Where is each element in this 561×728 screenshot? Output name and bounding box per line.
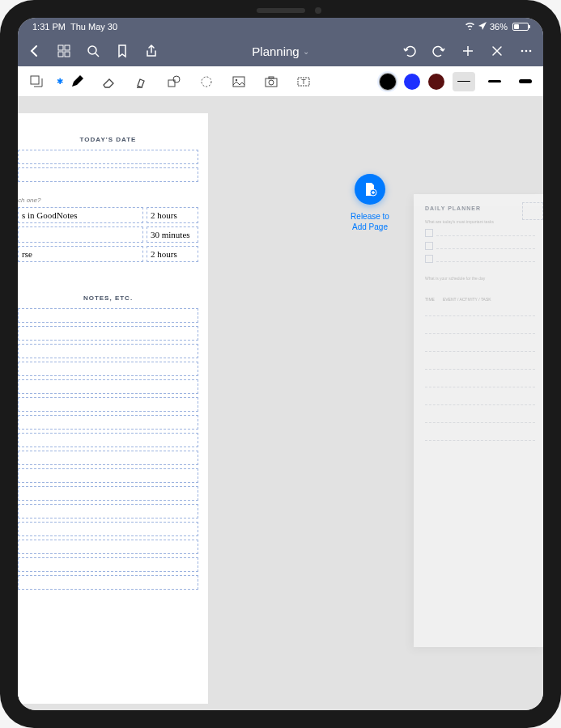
task-text: s in GoodNotes: [18, 207, 143, 223]
svg-point-5: [521, 50, 524, 53]
more-button[interactable]: [519, 44, 533, 58]
location-icon: [478, 22, 487, 32]
color-darkred[interactable]: [428, 74, 444, 90]
date-header: TODAY'S DATE: [18, 136, 198, 143]
camera-tool[interactable]: [259, 70, 283, 94]
document-title[interactable]: Planning ⌄: [252, 44, 308, 58]
svg-point-11: [202, 77, 211, 87]
svg-rect-12: [233, 77, 244, 87]
task-time: 2 hours: [147, 246, 198, 262]
image-tool[interactable]: [227, 70, 251, 94]
nav-bar: Planning ⌄: [18, 36, 543, 66]
svg-point-13: [236, 78, 237, 80]
svg-point-15: [269, 80, 274, 85]
chevron-down-icon: ⌄: [303, 47, 309, 56]
dragged-page-thumbnail[interactable]: DAILY PLANNER What are today's most impo…: [414, 194, 543, 647]
lasso-tool[interactable]: [194, 70, 219, 94]
svg-point-4: [88, 46, 96, 54]
thumbnails-button[interactable]: [57, 44, 71, 58]
drag-sub1: What are today's most important tasks: [425, 219, 535, 224]
svg-rect-0: [58, 45, 63, 50]
task-time: 30 minutes: [147, 226, 198, 243]
battery-icon: [512, 23, 529, 31]
task-text: [18, 226, 143, 243]
date-field[interactable]: [18, 150, 198, 164]
task-text: rse: [18, 246, 143, 262]
redo-button[interactable]: [431, 44, 446, 58]
color-blue[interactable]: [404, 74, 420, 90]
svg-point-7: [529, 50, 532, 53]
add-page-label-1: Release to: [351, 212, 389, 221]
svg-rect-2: [58, 52, 63, 57]
drag-title: DAILY PLANNER: [425, 205, 535, 211]
task-row-2[interactable]: 30 minutes: [18, 226, 198, 243]
svg-point-10: [173, 76, 180, 83]
eraser-tool[interactable]: [97, 70, 121, 94]
bluetooth-icon: ✱: [57, 77, 63, 86]
status-bar: 1:31 PM Thu May 30 36%: [18, 18, 543, 36]
tool-bar: ✱ T: [18, 66, 543, 97]
date-field-2[interactable]: [18, 167, 198, 182]
battery-pct: 36%: [490, 22, 508, 32]
svg-text:T: T: [301, 78, 306, 86]
svg-rect-16: [269, 77, 274, 78]
add-button[interactable]: [461, 44, 475, 58]
task-row-3[interactable]: rse 2 hours: [18, 246, 198, 262]
status-time: 1:31 PM: [32, 22, 66, 32]
canvas[interactable]: TODAY'S DATE ch one? s in GoodNotes 2 ho…: [18, 97, 543, 710]
current-page[interactable]: TODAY'S DATE ch one? s in GoodNotes 2 ho…: [18, 113, 208, 704]
undo-button[interactable]: [402, 44, 417, 58]
svg-point-6: [525, 50, 528, 53]
back-button[interactable]: [28, 44, 42, 58]
svg-rect-1: [65, 45, 70, 50]
share-button[interactable]: [144, 44, 159, 58]
zoom-tool[interactable]: [24, 70, 49, 94]
shape-tool[interactable]: [162, 70, 186, 94]
add-page-indicator: Release to Add Page: [342, 174, 398, 232]
text-tool[interactable]: T: [291, 70, 316, 94]
notes-header: NOTES, ETC.: [18, 294, 198, 302]
prompt-text: ch one?: [18, 197, 198, 204]
pen-tool[interactable]: [65, 70, 89, 94]
task-time: 2 hours: [147, 207, 198, 223]
highlighter-tool[interactable]: [130, 70, 154, 94]
drag-col-event: EVENT / ACTIVITY / TASK: [443, 297, 491, 302]
drag-col-time: TIME: [425, 297, 435, 302]
svg-rect-8: [31, 76, 39, 84]
svg-rect-3: [65, 52, 70, 57]
search-button[interactable]: [86, 44, 100, 58]
notes-grid[interactable]: [18, 308, 198, 590]
document-title-text: Planning: [252, 44, 299, 58]
add-page-icon: [355, 174, 385, 205]
ipad-notch: [257, 8, 305, 13]
add-page-label-2: Add Page: [352, 222, 388, 231]
color-black[interactable]: [380, 74, 396, 90]
stroke-thin[interactable]: [453, 72, 475, 91]
task-row-1[interactable]: s in GoodNotes 2 hours: [18, 207, 198, 223]
status-date: Thu May 30: [70, 22, 117, 32]
drag-sub2: What is your schedule for the day: [425, 276, 535, 281]
bookmark-button[interactable]: [115, 44, 130, 58]
stroke-medium[interactable]: [483, 72, 506, 91]
stylus-toggle[interactable]: [490, 44, 504, 58]
stroke-thick[interactable]: [514, 72, 537, 91]
wifi-icon: [465, 22, 475, 32]
